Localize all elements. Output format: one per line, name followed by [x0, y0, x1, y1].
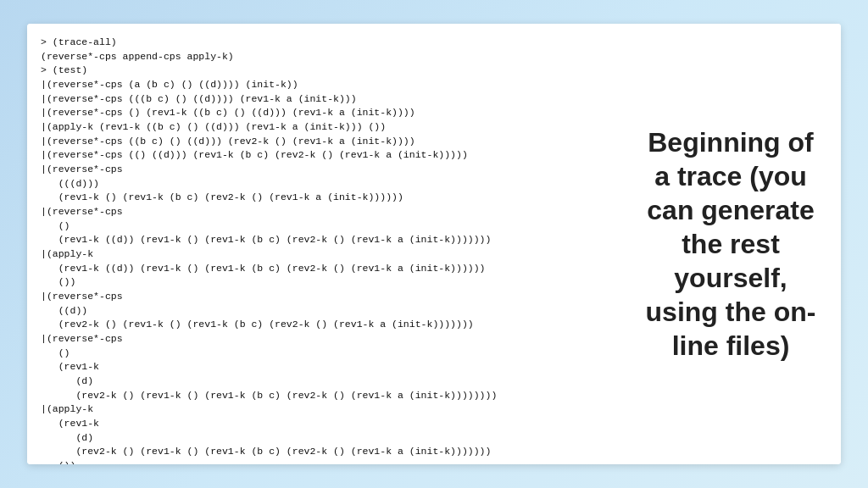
description-text: Beginning of a trace (you can generate t… [641, 125, 821, 363]
text-panel: Beginning of a trace (you can generate t… [620, 24, 841, 464]
code-panel: > (trace-all) (reverse*-cps append-cps a… [27, 24, 620, 464]
slide-container: > (trace-all) (reverse*-cps append-cps a… [27, 24, 841, 464]
code-block: > (trace-all) (reverse*-cps append-cps a… [41, 36, 607, 464]
